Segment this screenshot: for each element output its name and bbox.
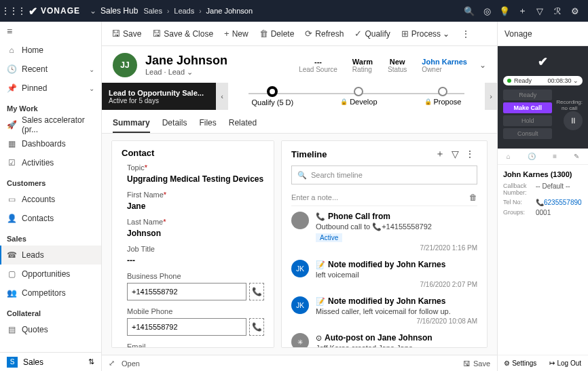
stage[interactable]: 🔒Develop — [340, 87, 377, 106]
list-icon[interactable]: ≡ — [553, 153, 557, 160]
mobile-phone-input[interactable] — [127, 318, 246, 336]
note-input[interactable]: Enter a note...🗑 — [291, 189, 477, 206]
stage[interactable]: Qualify (5 D) — [251, 86, 293, 106]
timeline-item[interactable]: ✳⊙Auto-post on Jane JohnsonJeff Karas cr… — [291, 333, 477, 348]
assist-icon[interactable]: ℛ — [549, 6, 566, 16]
more-icon[interactable]: ⋮ — [462, 149, 477, 159]
sidebar-item[interactable]: ▭Accounts — [0, 190, 101, 209]
sidebar-group-heading: Customers — [0, 172, 101, 190]
search-icon[interactable]: 🔍 — [460, 6, 478, 16]
cmd-button[interactable]: 🖫Save — [106, 24, 147, 43]
chevron-down-icon[interactable]: ⌄ — [479, 60, 486, 70]
last-name-value[interactable]: Johnson — [127, 229, 264, 238]
meta-value: --- — [299, 58, 337, 66]
topic-value[interactable]: Upgrading Medical Testing Devices — [127, 174, 264, 184]
settings-button[interactable]: ⚙Settings — [498, 355, 543, 371]
save-icon[interactable]: 🖫 — [463, 359, 471, 368]
timeline-item[interactable]: JK📝Note modified by John Karnesleft voic… — [291, 260, 477, 288]
tab-summary[interactable]: Summary — [113, 114, 150, 133]
target-icon[interactable]: ◎ — [478, 6, 496, 16]
process-name[interactable]: Lead to Opportunity Sale...Active for 5 … — [102, 83, 216, 110]
breadcrumb: Sales› Leads› Jane Johnson — [143, 7, 253, 15]
make-call-button[interactable]: Make Call — [503, 102, 552, 113]
phone-icon[interactable]: 📞 — [249, 318, 264, 336]
cmd-button[interactable]: ⟳Refresh — [299, 24, 349, 43]
filter-icon[interactable]: ▽ — [447, 149, 462, 159]
timeline-item[interactable]: 📞Phone Call fromOutbound call to 📞+14155… — [291, 212, 477, 252]
hub-name[interactable]: Sales Hub — [100, 6, 138, 16]
cmd-icon: ✓ — [354, 28, 362, 39]
bulb-icon[interactable]: 💡 — [496, 6, 513, 16]
plus-icon[interactable]: ＋ — [513, 5, 531, 17]
overflow-icon[interactable]: ⋮ — [456, 24, 475, 43]
filter-icon[interactable]: ▽ — [531, 6, 549, 16]
sidebar-item[interactable]: ▤Quotes — [0, 320, 101, 339]
popout-icon[interactable]: ⤢ — [109, 359, 115, 368]
hamburger-icon[interactable]: ≡ — [0, 22, 101, 41]
tab-details[interactable]: Details — [162, 114, 187, 133]
hold-button[interactable]: Hold — [503, 115, 552, 126]
phone-icon[interactable]: 📞 — [249, 283, 264, 300]
sidebar-item-home[interactable]: ⌂Home — [0, 41, 101, 60]
meta-value: Warm — [352, 58, 373, 66]
sidebar-item[interactable]: ☎Leads — [0, 246, 101, 265]
business-phone-input[interactable] — [127, 283, 246, 300]
job-title-value[interactable]: --- — [127, 256, 264, 265]
sidebar: ≡ ⌂Home 🕓Recent⌄ 📌Pinned⌄ My Work🚀Sales … — [0, 22, 102, 371]
lock-icon: 🔒 — [340, 98, 348, 105]
vonage-title: Vonage — [498, 22, 588, 46]
gear-icon: ⚙ — [504, 359, 510, 367]
note-icon[interactable]: ✎ — [574, 153, 579, 160]
status-bar: ⤢ Open 🖫Save — [102, 355, 497, 371]
clock-icon: 🕓 — [7, 64, 16, 74]
clock-icon[interactable]: 🕓 — [528, 153, 536, 160]
pause-icon[interactable]: ⏸ — [564, 111, 583, 130]
meta-value: John Karnes — [422, 58, 467, 66]
page-subtitle[interactable]: Lead · Lead ⌄ — [145, 68, 227, 77]
search-icon: 🔍 — [297, 171, 307, 180]
status-badge: Active — [316, 233, 342, 242]
gear-icon[interactable]: ⚙ — [566, 6, 584, 16]
cmd-button[interactable]: +New — [219, 24, 254, 43]
first-name-value[interactable]: Jane — [127, 201, 264, 211]
ready-pill[interactable]: Ready00:08:30 ⌄ — [503, 76, 583, 85]
sidebar-item[interactable]: ☑Activities — [0, 153, 101, 172]
sidebar-item-pinned[interactable]: 📌Pinned⌄ — [0, 79, 101, 98]
cmd-icon: 🖫 — [152, 28, 161, 39]
sidebar-item[interactable]: 👤Contacts — [0, 209, 101, 228]
cmd-icon: ⟳ — [305, 28, 312, 39]
tab-related[interactable]: Related — [229, 114, 257, 133]
cmd-button[interactable]: 🗑Delete — [254, 24, 300, 43]
logout-button[interactable]: ↦Log Out — [543, 355, 589, 371]
sidebar-footer[interactable]: SSales⇅ — [0, 352, 101, 371]
cmd-button[interactable]: ⊞Process ⌄ — [396, 24, 456, 43]
plus-icon[interactable]: ＋ — [433, 148, 447, 160]
app-launcher-icon[interactable]: ⋮⋮⋮ — [4, 6, 23, 16]
timeline-search[interactable]: 🔍Search timeline — [291, 165, 477, 184]
item-icon: ☑ — [7, 158, 16, 168]
chevron-left-icon[interactable]: ‹ — [216, 83, 228, 110]
stage[interactable]: 🔒Propose — [424, 87, 462, 106]
chevron-down-icon[interactable]: ⌄ — [90, 6, 96, 16]
updown-icon: ⇅ — [88, 357, 94, 366]
chevron-right-icon[interactable]: › — [485, 83, 497, 110]
ready-button[interactable]: Ready — [503, 90, 552, 100]
sidebar-item-recent[interactable]: 🕓Recent⌄ — [0, 60, 101, 79]
timeline-item[interactable]: JK📝Note modified by John KarnesMissed ca… — [291, 296, 477, 325]
cmd-button[interactable]: 🖫Save & Close — [147, 24, 219, 43]
avatar: ✳ — [291, 333, 309, 348]
tab-files[interactable]: Files — [199, 114, 216, 133]
cmd-button[interactable]: ✓Qualify — [349, 24, 395, 43]
activity-icon: 📞 — [316, 212, 325, 221]
top-bar: ⋮⋮⋮ ✔VONAGE ⌄ Sales Hub Sales› Leads› Ja… — [0, 0, 588, 22]
trash-icon[interactable]: 🗑 — [469, 193, 477, 202]
meta-label: Lead Source — [299, 66, 337, 73]
sidebar-item[interactable]: ▦Dashboards — [0, 134, 101, 153]
sidebar-item[interactable]: ▢Opportunities — [0, 265, 101, 284]
sidebar-item[interactable]: 🚀Sales accelerator (pr... — [0, 115, 101, 134]
agent-name: John Karnes (1300) — [503, 170, 583, 178]
timeline-title: Timeline — [291, 149, 433, 159]
home-icon[interactable]: ⌂ — [507, 153, 511, 160]
consult-button[interactable]: Consult — [503, 128, 552, 139]
sidebar-item[interactable]: 👥Competitors — [0, 284, 101, 302]
